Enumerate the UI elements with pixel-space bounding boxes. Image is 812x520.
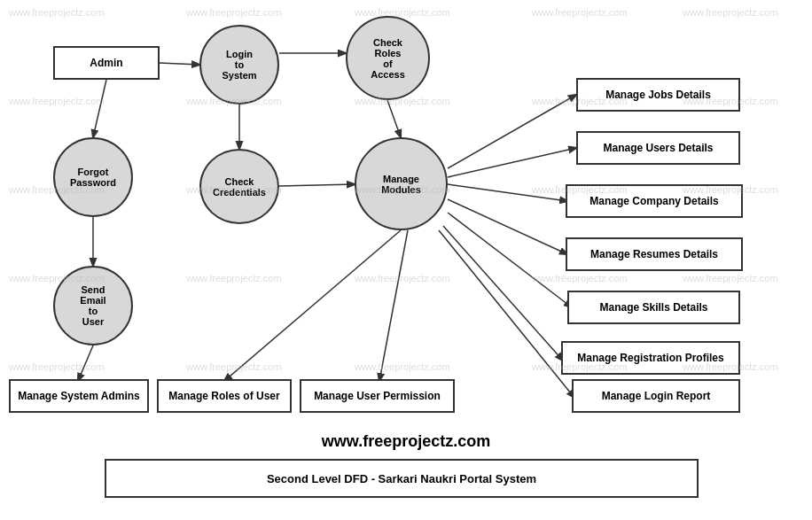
svg-line-3 xyxy=(387,100,401,137)
manage-roles-node: Manage Roles of User xyxy=(157,379,292,413)
watermark-2: www.freeprojectz.com xyxy=(186,7,282,18)
svg-line-15 xyxy=(379,230,408,381)
watermark-18: www.freeprojectz.com xyxy=(355,273,450,283)
watermark-5: www.freeprojectz.com xyxy=(683,7,778,18)
watermark-22: www.freeprojectz.com xyxy=(186,361,282,372)
check-credentials-node: CheckCredentials xyxy=(199,149,279,224)
manage-modules-node: ManageModules xyxy=(355,137,448,230)
svg-line-10 xyxy=(448,199,567,254)
manage-users-node: Manage Users Details xyxy=(576,131,740,165)
svg-line-8 xyxy=(448,148,576,177)
svg-line-11 xyxy=(448,213,572,307)
watermark-1: www.freeprojectz.com xyxy=(9,7,105,18)
send-email-node: SendEmailtoUser xyxy=(53,266,133,345)
manage-jobs-node: Manage Jobs Details xyxy=(576,78,740,112)
svg-line-0 xyxy=(160,63,199,65)
watermark-19: www.freeprojectz.com xyxy=(532,273,628,283)
manage-company-node: Manage Company Details xyxy=(566,184,743,218)
admin-node: Admin xyxy=(53,46,160,80)
svg-line-13 xyxy=(439,230,574,398)
svg-line-9 xyxy=(448,184,567,201)
watermark-21: www.freeprojectz.com xyxy=(9,361,105,372)
svg-line-14 xyxy=(224,230,401,381)
watermark-20: www.freeprojectz.com xyxy=(683,273,778,283)
website-label: www.freeprojectz.com xyxy=(0,432,812,451)
check-roles-node: CheckRolesofAccess xyxy=(346,16,430,100)
manage-user-permission-node: Manage User Permission xyxy=(300,379,455,413)
watermark-17: www.freeprojectz.com xyxy=(186,273,282,283)
watermark-23: www.freeprojectz.com xyxy=(355,361,450,372)
diagram-title: Second Level DFD - Sarkari Naukri Portal… xyxy=(105,459,699,498)
manage-login-report-node: Manage Login Report xyxy=(572,379,740,413)
manage-system-admins-node: Manage System Admins xyxy=(9,379,149,413)
svg-line-4 xyxy=(279,184,355,186)
watermark-6: www.freeprojectz.com xyxy=(9,96,105,106)
watermark-4: www.freeprojectz.com xyxy=(532,7,628,18)
manage-registration-node: Manage Registration Profiles xyxy=(561,341,740,375)
watermark-3: www.freeprojectz.com xyxy=(355,7,450,18)
svg-line-1 xyxy=(93,80,106,137)
forgot-password-node: ForgotPassword xyxy=(53,137,133,217)
svg-line-6 xyxy=(78,345,93,381)
diagram-area: Admin LogintoSystem CheckRolesofAccess F… xyxy=(0,0,812,520)
svg-line-7 xyxy=(448,95,576,168)
manage-resumes-node: Manage Resumes Details xyxy=(566,237,743,271)
login-node: LogintoSystem xyxy=(199,25,279,105)
manage-skills-node: Manage Skills Details xyxy=(567,291,740,324)
svg-line-12 xyxy=(443,226,563,361)
